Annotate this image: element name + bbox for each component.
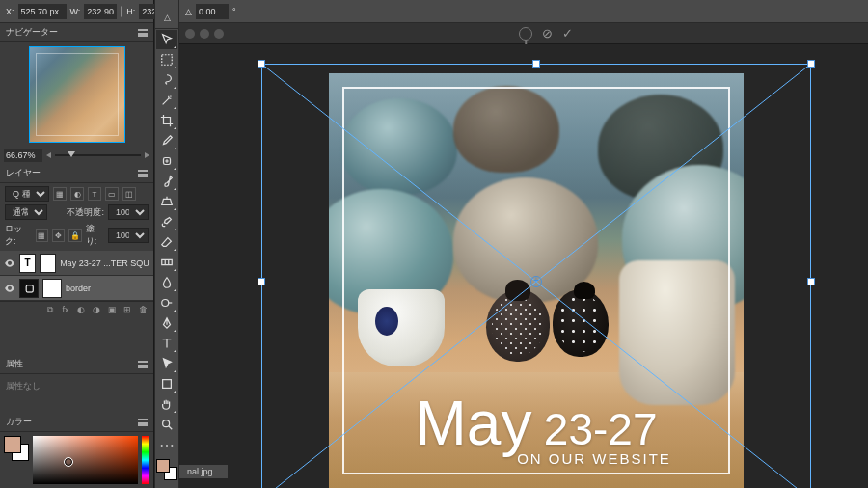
clone-stamp-tool[interactable] xyxy=(156,192,177,211)
navigator-zoom-row xyxy=(0,147,153,164)
panel-menu-icon[interactable] xyxy=(138,29,148,37)
filter-adjust-icon[interactable]: ◐ xyxy=(70,187,84,201)
adjustment-icon[interactable]: ◑ xyxy=(90,305,103,316)
transform-handle-tm[interactable] xyxy=(532,60,540,68)
blend-mode-select[interactable]: 通常 xyxy=(5,204,47,220)
commit-transform-button[interactable]: ✓ xyxy=(562,26,573,41)
transform-handle-tl[interactable] xyxy=(258,60,265,68)
group-icon[interactable]: ▣ xyxy=(105,305,119,316)
lock-all-icon[interactable]: 🔒 xyxy=(68,229,81,242)
svg-rect-4 xyxy=(163,380,172,389)
navigator-body xyxy=(0,42,153,147)
dodge-tool[interactable] xyxy=(156,293,177,312)
layer-name[interactable]: May 23-27 ...TER SQUARE xyxy=(60,258,149,268)
canvas[interactable]: May 23-27 ON OUR WEBSITE xyxy=(179,44,868,488)
w-field[interactable] xyxy=(84,4,117,19)
opacity-select[interactable]: 100% xyxy=(108,204,149,220)
transform-handle-ml[interactable] xyxy=(258,278,265,285)
type-tool[interactable] xyxy=(156,334,177,353)
blur-tool[interactable] xyxy=(156,273,177,292)
fg-color-swatch[interactable] xyxy=(156,459,170,473)
link-icon[interactable] xyxy=(121,6,122,17)
filter-shape-icon[interactable]: ▭ xyxy=(105,187,119,201)
navigator-header[interactable]: ナビゲーター xyxy=(0,23,153,42)
hand-tool[interactable] xyxy=(156,394,177,414)
properties-body: 属性なし xyxy=(0,374,153,413)
zoom-out-icon[interactable] xyxy=(46,152,51,158)
close-window-button[interactable] xyxy=(185,29,195,39)
layer-row[interactable]: T May 23-27 ...TER SQUARE xyxy=(0,251,153,276)
lasso-tool[interactable] xyxy=(156,70,177,90)
maximize-window-button[interactable] xyxy=(214,29,224,39)
angle-field[interactable] xyxy=(196,4,229,19)
layer-name[interactable]: border xyxy=(66,284,91,293)
new-layer-icon[interactable]: ⊞ xyxy=(121,305,134,316)
foreground-swatch[interactable] xyxy=(4,436,21,453)
layer-mask-thumb[interactable] xyxy=(40,254,56,273)
art-dates: 23-27 xyxy=(544,410,658,449)
color-body xyxy=(0,432,153,488)
fill-select[interactable]: 100% xyxy=(108,228,149,243)
reference-point-icon[interactable] xyxy=(519,27,532,41)
magic-wand-tool[interactable] xyxy=(156,91,177,110)
fill-label: 塗り: xyxy=(86,223,104,248)
document-area: △ ° ⊘ ✓ xyxy=(179,0,868,488)
artwork-text: May 23-27 ON OUR WEBSITE xyxy=(329,396,744,467)
marquee-tool[interactable] xyxy=(156,50,177,69)
opacity-label: 不透明度: xyxy=(67,206,104,219)
minimize-window-button[interactable] xyxy=(200,29,209,39)
shape-tool[interactable] xyxy=(156,374,177,393)
transform-handle-mr[interactable] xyxy=(807,278,815,285)
layer-row[interactable]: ▢ border xyxy=(0,276,153,301)
path-select-tool[interactable] xyxy=(156,354,177,373)
tool-swatches[interactable] xyxy=(156,459,177,480)
options-bar-right: △ ° xyxy=(179,0,868,23)
color-picker[interactable] xyxy=(33,436,138,484)
lock-pixels-icon[interactable]: ▦ xyxy=(36,229,48,242)
eraser-tool[interactable] xyxy=(156,232,177,252)
transform-handle-tr[interactable] xyxy=(807,60,815,68)
filter-pixel-icon[interactable]: ▦ xyxy=(53,187,67,201)
color-header[interactable]: カラー xyxy=(0,413,153,432)
history-brush-tool[interactable] xyxy=(156,212,177,231)
filter-smart-icon[interactable]: ◫ xyxy=(122,187,136,201)
layer-filter-select[interactable]: Q 種類 xyxy=(5,186,49,202)
brush-tool[interactable] xyxy=(156,172,177,191)
zoom-field[interactable] xyxy=(4,149,42,162)
fx-icon[interactable]: fx xyxy=(59,305,72,316)
h-label: H: xyxy=(126,7,135,16)
lock-position-icon[interactable]: ✥ xyxy=(52,229,65,242)
move-tool[interactable] xyxy=(156,30,177,49)
panel-menu-icon[interactable] xyxy=(138,361,148,368)
pen-tool[interactable] xyxy=(156,313,177,333)
delete-icon[interactable]: 🗑 xyxy=(136,305,149,316)
zoom-in-icon[interactable] xyxy=(145,152,149,158)
picker-ring[interactable] xyxy=(65,458,72,466)
panel-menu-icon[interactable] xyxy=(138,419,148,426)
layer-mask-thumb[interactable] xyxy=(42,279,62,298)
healing-tool[interactable] xyxy=(156,151,177,171)
filter-type-icon[interactable]: T xyxy=(88,187,101,201)
eyedropper-tool[interactable] xyxy=(156,131,177,150)
document-tab[interactable]: nal.jpg... xyxy=(179,465,228,478)
visibility-icon[interactable] xyxy=(4,258,15,269)
layers-header[interactable]: レイヤー xyxy=(0,164,153,183)
crop-tool[interactable] xyxy=(156,111,177,130)
zoom-slider[interactable] xyxy=(55,154,141,156)
layer-list: T May 23-27 ...TER SQUARE ▢ border xyxy=(0,251,153,301)
x-field[interactable] xyxy=(18,4,67,19)
x-label: X: xyxy=(6,7,14,16)
edit-toolbar[interactable]: ⋯ xyxy=(156,435,177,454)
link-layers-icon[interactable]: ⧉ xyxy=(43,305,57,316)
cancel-transform-button[interactable]: ⊘ xyxy=(542,26,553,41)
gradient-tool[interactable] xyxy=(156,253,177,272)
zoom-tool[interactable] xyxy=(156,415,177,434)
visibility-icon[interactable] xyxy=(4,283,15,294)
color-swatches[interactable] xyxy=(4,436,29,461)
navigator-thumbnail[interactable] xyxy=(29,46,125,143)
panel-menu-icon[interactable] xyxy=(138,170,148,177)
hue-strip[interactable] xyxy=(142,436,149,484)
layer-thumb-type: T xyxy=(19,254,36,273)
properties-header[interactable]: 属性 xyxy=(0,355,153,374)
mask-icon[interactable]: ◐ xyxy=(74,305,88,316)
